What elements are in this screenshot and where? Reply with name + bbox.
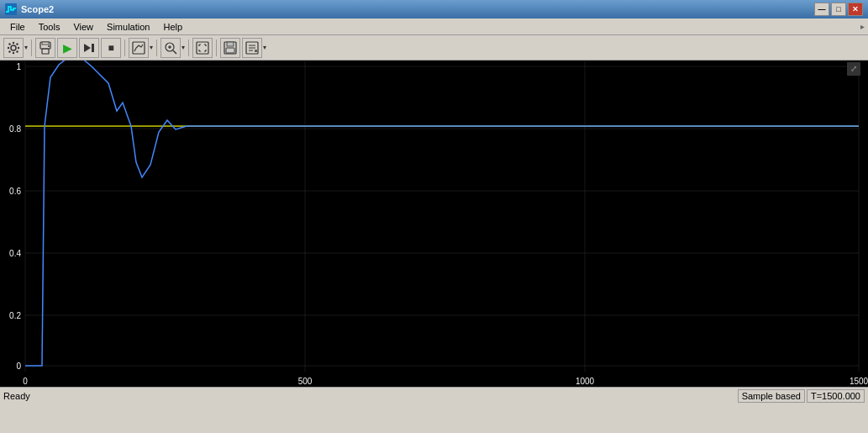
svg-text:0.8: 0.8 — [9, 124, 21, 134]
edit-icon — [245, 41, 259, 55]
status-ready-label: Ready — [3, 391, 738, 401]
autoscale-button[interactable] — [129, 38, 149, 58]
svg-text:0.6: 0.6 — [9, 187, 21, 196]
status-time-label: T=1500.000 — [807, 389, 865, 403]
svg-point-6 — [8, 43, 10, 45]
zoomfit-button[interactable] — [192, 38, 213, 58]
svg-text:0: 0 — [16, 362, 21, 371]
stop-button[interactable]: ■ — [101, 38, 121, 58]
minimize-button[interactable]: — — [814, 3, 829, 16]
status-right: Sample based T=1500.000 — [738, 389, 865, 403]
svg-rect-31 — [0, 61, 868, 387]
menu-simulation[interactable]: Simulation — [100, 20, 156, 34]
autoscale-dropdown-arrow[interactable]: ▾ — [150, 44, 153, 51]
edit-dropdown-arrow[interactable]: ▾ — [263, 44, 266, 51]
svg-point-8 — [16, 43, 18, 45]
svg-text:0.4: 0.4 — [9, 249, 21, 258]
status-sample-label: Sample based — [738, 389, 805, 403]
scope-svg: 1 0.8 0.6 0.4 0.2 0 0 500 1000 1500 ⤢ — [0, 61, 868, 387]
autoscale-icon — [132, 41, 145, 55]
close-button[interactable]: ✕ — [848, 3, 863, 16]
svg-point-2 — [13, 41, 14, 43]
sep1 — [31, 40, 32, 56]
zoom-in-button[interactable] — [160, 38, 181, 58]
svg-point-9 — [8, 50, 10, 52]
svg-text:⤢: ⤢ — [850, 64, 857, 73]
settings-dropdown-arrow[interactable]: ▾ — [24, 44, 28, 51]
svg-rect-11 — [42, 49, 49, 54]
scope-plot-area: 1 0.8 0.6 0.4 0.2 0 0 500 1000 1500 ⤢ — [0, 61, 868, 387]
step-icon — [82, 41, 96, 55]
svg-rect-21 — [197, 42, 208, 54]
resize-arrow: ▸ — [860, 22, 865, 31]
save-icon — [224, 41, 237, 55]
svg-text:1000: 1000 — [576, 377, 595, 386]
svg-text:500: 500 — [298, 377, 313, 386]
svg-marker-14 — [84, 44, 91, 52]
gear-icon — [7, 41, 20, 55]
svg-point-13 — [48, 45, 50, 47]
svg-point-5 — [18, 46, 19, 48]
svg-text:1500: 1500 — [850, 377, 868, 386]
window-title: Scope2 — [21, 4, 54, 14]
toolbar: ▾ ▶ ■ — [0, 35, 868, 61]
status-bar: Ready Sample based T=1500.000 — [0, 387, 868, 404]
svg-rect-12 — [42, 42, 49, 45]
svg-point-1 — [11, 45, 16, 50]
zoom-dropdown-arrow[interactable]: ▾ — [181, 44, 185, 51]
svg-line-18 — [173, 50, 176, 54]
menu-bar: File Tools View Simulation Help ▸ — [0, 18, 868, 35]
scope-icon — [5, 3, 17, 15]
play-button[interactable]: ▶ — [57, 38, 77, 58]
sep3 — [156, 40, 157, 56]
sep4 — [188, 40, 189, 56]
svg-point-3 — [13, 51, 14, 53]
menu-file[interactable]: File — [3, 20, 32, 34]
svg-rect-23 — [227, 42, 234, 46]
menu-view[interactable]: View — [66, 20, 100, 34]
svg-point-7 — [16, 50, 18, 52]
settings-button[interactable] — [3, 38, 24, 58]
svg-text:0.2: 0.2 — [9, 311, 21, 320]
zoomfit-icon — [196, 41, 209, 55]
svg-point-4 — [8, 46, 9, 48]
maximize-button[interactable]: □ — [831, 3, 846, 16]
svg-rect-16 — [133, 42, 145, 54]
svg-text:0: 0 — [23, 377, 28, 386]
step-button[interactable] — [79, 38, 99, 58]
svg-marker-30 — [255, 50, 257, 52]
window-controls: — □ ✕ — [814, 3, 863, 16]
menu-tools[interactable]: Tools — [32, 20, 67, 34]
edit-button[interactable] — [242, 38, 262, 58]
save-button[interactable] — [220, 38, 240, 58]
zoom-in-icon — [164, 41, 177, 55]
menu-help[interactable]: Help — [156, 20, 189, 34]
svg-rect-25 — [228, 49, 233, 52]
print-icon — [39, 41, 52, 55]
print-button[interactable] — [35, 38, 55, 58]
title-bar: Scope2 — □ ✕ — [0, 0, 868, 18]
svg-text:1: 1 — [16, 62, 21, 71]
svg-rect-15 — [92, 44, 94, 52]
sep2 — [124, 40, 125, 56]
sep5 — [216, 40, 217, 56]
